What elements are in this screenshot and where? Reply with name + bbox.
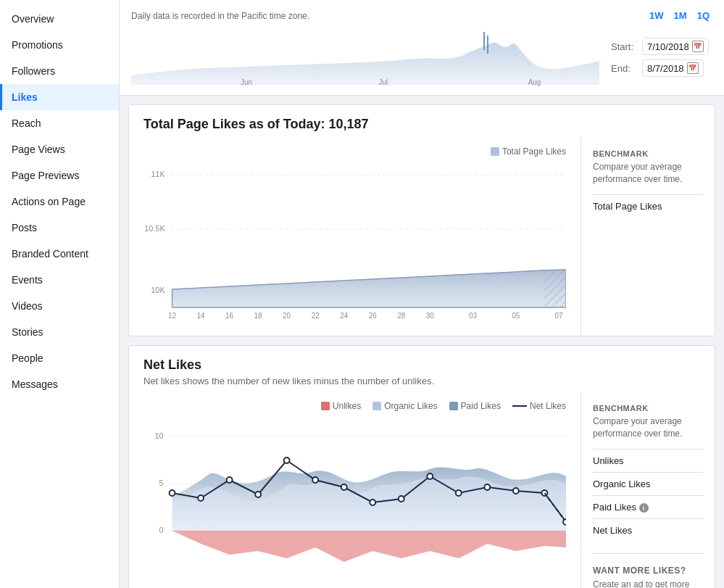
want-more-title: WANT MORE LIKES? — [593, 566, 703, 576]
sidebar-item-actions-on-page[interactable]: Actions on Page — [0, 189, 119, 215]
top-chart-area: Daily data is recorded in the Pacific ti… — [120, 0, 724, 96]
net-likes-legend: Unlikes Organic Likes Paid Likes Net Lik… — [143, 401, 566, 411]
sidebar-item-page-views[interactable]: Page Views — [0, 136, 119, 162]
svg-point-37 — [284, 457, 290, 463]
sidebar: OverviewPromotionsFollowersLikesReachPag… — [0, 0, 120, 588]
pacific-time-note: Daily data is recorded in the Pacific ti… — [131, 11, 309, 21]
benchmark-title: BENCHMARK — [593, 149, 703, 158]
end-date-input[interactable]: 8/7/2018 📅 — [642, 59, 704, 77]
sidebar-item-people[interactable]: People — [0, 345, 119, 371]
net-likes-section: Net Likes Net likes shows the number of … — [128, 345, 715, 588]
total-likes-title: Total Page Likes as of Today: 10,187 — [143, 117, 700, 132]
svg-point-44 — [484, 484, 490, 490]
net-likes-subtitle: Net likes shows the number of new likes … — [143, 376, 700, 386]
svg-point-38 — [312, 477, 318, 483]
sidebar-item-stories[interactable]: Stories — [0, 319, 119, 345]
start-calendar-icon[interactable]: 📅 — [692, 41, 704, 52]
svg-point-39 — [341, 484, 347, 490]
benchmark-organic-likes[interactable]: Organic Likes — [593, 472, 703, 495]
svg-point-45 — [513, 488, 519, 494]
start-label: Start: — [611, 41, 636, 52]
sidebar-item-branded-content[interactable]: Branded Content — [0, 241, 119, 267]
svg-text:AUG: AUG — [486, 321, 502, 322]
want-more-section: WANT MORE LIKES? Create an ad to get mor… — [593, 553, 703, 588]
svg-text:20: 20 — [283, 312, 291, 320]
unlikes-legend-box — [321, 402, 330, 410]
net-benchmark-desc: Compare your average performance over ti… — [593, 415, 703, 440]
svg-text:Aug: Aug — [528, 78, 541, 86]
svg-text:30: 30 — [426, 312, 434, 320]
svg-text:07: 07 — [555, 312, 563, 320]
end-calendar-icon[interactable]: 📅 — [687, 62, 699, 74]
time-btn-1q[interactable]: 1Q — [694, 9, 712, 22]
start-date-input[interactable]: 7/10/2018 📅 — [642, 38, 709, 55]
date-range-area: Start: 7/10/2018 📅 End: 8/7/2018 📅 — [611, 28, 712, 86]
sidebar-item-page-previews[interactable]: Page Previews — [0, 162, 119, 189]
svg-text:5: 5 — [159, 479, 164, 487]
organic-legend-box — [373, 402, 381, 410]
overview-sparkline: Jun Jul Aug — [131, 28, 599, 86]
svg-text:Jun: Jun — [241, 78, 252, 86]
sidebar-item-reach[interactable]: Reach — [0, 110, 119, 136]
paid-legend-box — [449, 402, 458, 410]
svg-point-35 — [227, 477, 233, 483]
total-likes-chart-area: Total Page Likes 11K — [129, 138, 581, 336]
svg-text:0: 0 — [159, 526, 164, 534]
svg-text:22: 22 — [312, 312, 320, 320]
benchmark-desc: Compare your average performance over ti… — [593, 161, 703, 186]
svg-point-42 — [427, 473, 433, 479]
end-date-value: 8/7/2018 — [647, 63, 684, 74]
want-more-desc: Create an ad to get more people to like … — [593, 579, 703, 588]
svg-text:03: 03 — [469, 312, 477, 320]
organic-legend-label: Organic Likes — [384, 401, 437, 411]
sidebar-item-messages[interactable]: Messages — [0, 371, 119, 397]
start-date-value: 7/10/2018 — [647, 41, 689, 52]
end-label: End: — [611, 63, 636, 74]
paid-likes-info-icon[interactable]: i — [639, 503, 649, 513]
time-btn-1m[interactable]: 1M — [671, 9, 690, 22]
svg-text:26: 26 — [369, 312, 377, 320]
svg-text:28: 28 — [397, 312, 405, 320]
svg-point-34 — [198, 495, 204, 501]
time-range-buttons: 1W 1M 1Q — [646, 9, 712, 22]
benchmark-net-likes[interactable]: Net Likes — [593, 518, 703, 542]
svg-text:12: 12 — [168, 312, 176, 320]
unlikes-legend-label: Unlikes — [333, 401, 361, 411]
total-likes-legend-box — [491, 147, 499, 156]
svg-text:18: 18 — [254, 312, 262, 320]
net-likes-chart-area: Unlikes Organic Likes Paid Likes Net Lik… — [129, 392, 581, 588]
svg-text:14: 14 — [197, 312, 205, 320]
total-likes-legend: Total Page Likes — [143, 146, 566, 157]
net-likes-benchmark: BENCHMARK Compare your average performan… — [581, 392, 715, 588]
sidebar-item-videos[interactable]: Videos — [0, 293, 119, 319]
net-likes-title: Net Likes — [143, 357, 700, 373]
svg-text:Jul: Jul — [378, 78, 388, 86]
sidebar-item-followers[interactable]: Followers — [0, 58, 119, 84]
net-benchmark-title: BENCHMARK — [593, 404, 703, 413]
svg-point-36 — [255, 492, 261, 497]
svg-text:24: 24 — [340, 312, 348, 320]
svg-text:10: 10 — [155, 431, 164, 440]
sidebar-item-likes[interactable]: Likes — [0, 84, 119, 110]
total-likes-section: Total Page Likes as of Today: 10,187 Tot… — [128, 104, 715, 336]
time-btn-1w[interactable]: 1W — [646, 9, 667, 22]
paid-legend-label: Paid Likes — [461, 401, 501, 411]
benchmark-paid-likes[interactable]: Paid Likes i — [593, 495, 703, 519]
sidebar-item-overview[interactable]: Overview — [0, 6, 119, 32]
benchmark-unlikes[interactable]: Unlikes — [593, 449, 703, 472]
sidebar-item-events[interactable]: Events — [0, 267, 119, 293]
benchmark-total-page-likes[interactable]: Total Page Likes — [593, 194, 703, 218]
main-content: Daily data is recorded in the Pacific ti… — [120, 0, 724, 588]
svg-point-48 — [563, 519, 566, 525]
svg-text:16: 16 — [225, 312, 233, 320]
svg-point-33 — [170, 490, 175, 496]
net-likes-legend-label: Net Likes — [530, 401, 566, 411]
svg-text:10K: 10K — [151, 286, 165, 294]
svg-text:10.5K: 10.5K — [144, 224, 165, 233]
svg-point-40 — [370, 500, 375, 505]
svg-text:11K: 11K — [151, 170, 165, 178]
svg-point-43 — [456, 490, 462, 496]
sidebar-item-posts[interactable]: Posts — [0, 215, 119, 241]
net-likes-legend-line — [512, 405, 527, 407]
sidebar-item-promotions[interactable]: Promotions — [0, 32, 119, 58]
